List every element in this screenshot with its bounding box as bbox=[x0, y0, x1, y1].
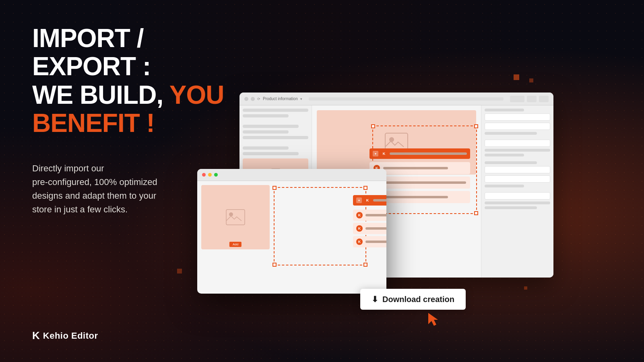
editor-right-panel bbox=[481, 105, 553, 278]
headline-line1: IMPORT / EXPORT : bbox=[32, 24, 151, 81]
description-text: Directly import our pre-configured, 100%… bbox=[32, 162, 209, 216]
sidebar-line-6 bbox=[243, 146, 289, 150]
sidebar-line-4 bbox=[243, 130, 289, 134]
right-panel-section-3 bbox=[485, 161, 550, 187]
component-list-front: ▾ K K K K bbox=[353, 195, 386, 249]
sidebar-line-1 bbox=[243, 109, 308, 112]
front-image-icon bbox=[225, 209, 246, 226]
dot-yellow bbox=[208, 173, 212, 177]
download-icon: ⬇ bbox=[372, 294, 378, 304]
front-selection-handle-tl bbox=[272, 186, 277, 190]
rp-line-4 bbox=[485, 154, 524, 156]
front-comp-item-1: K bbox=[353, 210, 386, 221]
topbar-dot-2 bbox=[251, 97, 255, 101]
topbar-product-label: Product information bbox=[263, 97, 298, 101]
front-comp-item-2: K bbox=[353, 223, 386, 234]
comp-line-1 bbox=[390, 152, 467, 155]
selection-dashed-back: ▾ K K K bbox=[372, 125, 477, 214]
topbar-right bbox=[510, 96, 549, 102]
deco-square-1 bbox=[514, 74, 519, 80]
topbar-btn-2 bbox=[527, 96, 537, 102]
dropdown-arrow-icon: ▾ bbox=[373, 151, 378, 156]
comp-line-2 bbox=[383, 167, 448, 169]
topbar-dot-1 bbox=[244, 97, 248, 101]
topbar-btn-1 bbox=[510, 96, 524, 102]
selection-handle-tl bbox=[371, 124, 375, 128]
topbar-center: ⟳ Product information ▾ bbox=[257, 97, 508, 101]
front-image-placeholder: Add bbox=[201, 185, 270, 249]
front-comp-k-icon-2: K bbox=[356, 212, 363, 218]
window-topbar-front bbox=[197, 169, 386, 181]
front-comp-line-4 bbox=[365, 241, 386, 243]
rp-line-8 bbox=[485, 206, 537, 209]
rp-input-5 bbox=[485, 175, 550, 183]
front-comp-k-icon-4: K bbox=[356, 239, 363, 245]
download-creation-button[interactable]: ⬇ Download creation bbox=[360, 289, 466, 310]
front-selection-handle-tr bbox=[363, 186, 367, 190]
right-panel-section-2 bbox=[485, 140, 550, 156]
front-dropdown-arrow-icon: ▾ bbox=[356, 197, 362, 203]
deco-square-4 bbox=[177, 269, 182, 274]
topbar-search-bar bbox=[309, 97, 504, 101]
selection-dashed-front: ▾ K K K K bbox=[274, 187, 366, 265]
topbar-btn-3 bbox=[539, 96, 549, 102]
front-selection-handle-br bbox=[363, 263, 367, 267]
sidebar-line-5 bbox=[243, 136, 308, 139]
front-comp-item-3: K bbox=[353, 236, 386, 247]
svg-rect-4 bbox=[226, 210, 245, 225]
cursor-arrow-icon bbox=[427, 311, 440, 326]
rp-input-6 bbox=[485, 192, 550, 200]
front-comp-k-icon-3: K bbox=[356, 225, 363, 232]
logo-area: K Kehio Editor bbox=[32, 329, 98, 342]
sidebar-line-7 bbox=[243, 152, 299, 155]
comp-k-icon-1: K bbox=[381, 150, 387, 157]
rp-input-2 bbox=[485, 123, 550, 130]
comp-dropdown-front: ▾ K bbox=[353, 195, 386, 206]
headline-line2-plain: We build, bbox=[32, 80, 169, 109]
right-panel-section-1 bbox=[485, 109, 550, 135]
front-canvas: Add ▾ K bbox=[197, 181, 386, 294]
front-content: Add ▾ K bbox=[197, 181, 386, 294]
svg-marker-6 bbox=[428, 313, 438, 326]
comp-line-3 bbox=[383, 181, 466, 184]
deco-square-3 bbox=[524, 286, 527, 290]
front-comp-line-2 bbox=[365, 214, 386, 216]
selection-handle-br bbox=[474, 211, 478, 215]
sidebar-line-3 bbox=[243, 125, 299, 128]
rp-line-3 bbox=[485, 149, 550, 152]
front-comp-k-icon-1: K bbox=[364, 197, 371, 204]
headline: IMPORT / EXPORT : We build, you benefit … bbox=[32, 24, 233, 138]
image-add-label: Add bbox=[229, 242, 242, 247]
front-comp-line-3 bbox=[365, 227, 386, 230]
rp-input-3 bbox=[485, 140, 550, 147]
rp-input-1 bbox=[485, 113, 550, 121]
editor-window-front: Add ▾ K bbox=[197, 169, 386, 294]
chevron-down-icon: ▾ bbox=[300, 97, 302, 101]
rp-line-6 bbox=[485, 185, 524, 187]
front-selection-handle-bl bbox=[272, 263, 277, 267]
rp-line-1 bbox=[485, 109, 524, 111]
dot-green bbox=[214, 173, 218, 177]
logo-text: Kehio Editor bbox=[43, 331, 98, 341]
download-button-label: Download creation bbox=[382, 295, 454, 304]
rp-line-2 bbox=[485, 132, 537, 135]
rp-line-7 bbox=[485, 202, 550, 204]
front-comp-line-1 bbox=[373, 199, 386, 202]
window-topbar-back: ⟳ Product information ▾ bbox=[239, 93, 553, 105]
refresh-icon: ⟳ bbox=[257, 97, 260, 101]
selection-handle-tr bbox=[474, 124, 478, 128]
deco-square-2 bbox=[529, 78, 533, 82]
logo-k-letter: K bbox=[32, 329, 40, 342]
dot-red bbox=[202, 173, 206, 177]
right-panel-section-4 bbox=[485, 192, 550, 209]
rp-line-5 bbox=[485, 161, 537, 164]
sidebar-line-2 bbox=[243, 114, 289, 117]
comp-dropdown-back: ▾ K bbox=[369, 148, 470, 159]
comp-line-4 bbox=[383, 196, 448, 198]
rp-input-4 bbox=[485, 166, 550, 173]
